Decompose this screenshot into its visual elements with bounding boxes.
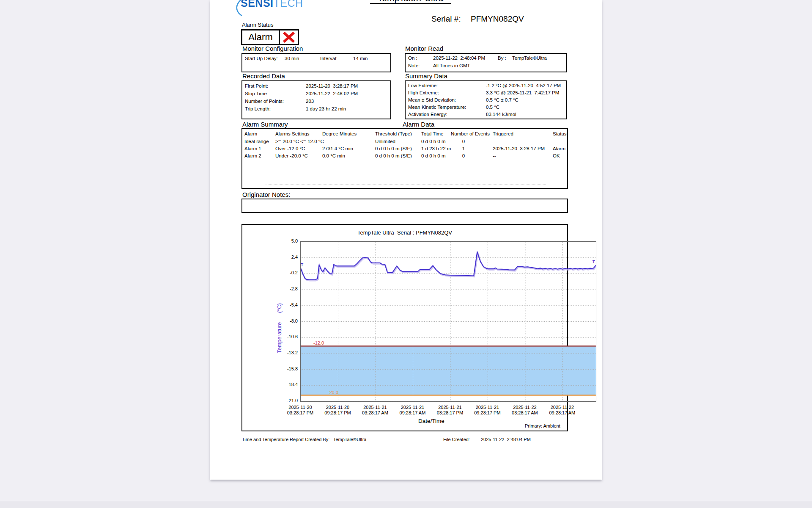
alarm-table-cell: Ideal range bbox=[244, 139, 269, 144]
alarm-table-cell: 0 d 0 h 0 m bbox=[421, 139, 446, 144]
alarm-table-cell: >=-20.0 °C <=-12.0 °C bbox=[275, 139, 324, 144]
desktop-background: { "header": { "logo_part1": "SENSI", "lo… bbox=[0, 0, 812, 508]
field-value: 2025-11-22 2:48:02 PM bbox=[306, 91, 358, 96]
alarm-table-cell: 0.0 °C min bbox=[322, 153, 345, 158]
alarm-x-cell bbox=[279, 30, 298, 44]
logo-sensi-text: SENSI bbox=[241, 0, 274, 9]
logo-tech-text: TECH bbox=[274, 0, 303, 9]
alarm-table-cell: Alarm 2 bbox=[244, 153, 261, 158]
alarm-table-cell: Alarm bbox=[553, 146, 565, 151]
y-tick-label: -18.4 bbox=[278, 382, 298, 387]
field-label: Trip Length: bbox=[245, 106, 271, 111]
field-label: Stop Time bbox=[245, 91, 267, 96]
field-label: Mean ± Std Deviation: bbox=[408, 97, 456, 102]
alarm-table-cell: Over -12.0 °C bbox=[275, 146, 305, 151]
alarm-data-heading: Alarm Data bbox=[403, 121, 434, 128]
field-value: 3.3 °C @ 2025-11-21 7:42:17 PM bbox=[486, 90, 559, 95]
alarm-table-header-cell: Threshold (Type) bbox=[375, 131, 412, 136]
alarm-table-header-cell: Total Time bbox=[421, 131, 443, 136]
svg-text:T: T bbox=[301, 262, 304, 267]
doc-title-rule bbox=[370, 3, 451, 4]
alarm-table-cell: 1 bbox=[442, 146, 485, 151]
field-label: Note: bbox=[408, 63, 420, 68]
alarm-table-header-cell: Alarms Settings bbox=[275, 131, 310, 136]
bottom-strip bbox=[0, 501, 812, 508]
field-label: Mean Kinetic Temperature: bbox=[408, 105, 466, 110]
alarm-table-cell: Unlimited bbox=[375, 139, 395, 144]
field-label: By : bbox=[498, 55, 506, 61]
x-tick-label: 2025-11-2009:28:17 PM bbox=[318, 405, 357, 416]
primary-ambient-label: Primary: Ambient bbox=[525, 423, 560, 428]
alarm-table-cell: Alarm 1 bbox=[244, 146, 261, 151]
x-tick-label: 2025-11-2209:28:17 AM bbox=[543, 405, 581, 416]
x-tick-label: 2025-11-2109:28:17 AM bbox=[393, 405, 431, 416]
y-tick-label: 2.4 bbox=[278, 254, 298, 260]
monitor-read-box: On : 2025-11-22 2:48:04 PM By : TempTale… bbox=[405, 53, 567, 72]
field-label: Interval: bbox=[320, 56, 337, 61]
alarm-table-cell: Under -20.0 °C bbox=[275, 153, 308, 158]
x-tick-label: 2025-11-2203:28:17 AM bbox=[506, 405, 544, 416]
footer-left-value: TempTale®Ultra bbox=[333, 437, 366, 442]
field-value: 2025-11-22 2:48:04 PM bbox=[433, 55, 485, 61]
alarm-table-cell: -- bbox=[493, 139, 496, 144]
field-label: On : bbox=[408, 55, 417, 61]
svg-text:T: T bbox=[593, 260, 595, 264]
alarm-table-cell: 0 d 0 h 0 m (S/E) bbox=[375, 146, 412, 151]
alarm-table-cell: OK bbox=[553, 153, 560, 158]
plot-svg: -12.0-20.0TT bbox=[300, 241, 596, 402]
alarm-table: AlarmAlarms SettingsDegree MinutesThresh… bbox=[241, 128, 568, 189]
x-tick-label: 2025-11-2103:28:17 AM bbox=[356, 405, 394, 416]
alarm-table-cell: -- bbox=[493, 153, 496, 158]
alarm-table-cell: 0 d 0 h 0 m (S/E) bbox=[375, 153, 412, 158]
sensitech-logo: SENSITECH bbox=[241, 0, 303, 9]
summary-data-heading: Summary Data bbox=[405, 72, 447, 80]
alarm-summary-heading: Alarm Summary bbox=[242, 121, 288, 128]
alarm-table-header-cell: Alarm bbox=[244, 131, 257, 136]
alarm-status-value: Alarm bbox=[242, 30, 279, 44]
y-tick-label: -15.8 bbox=[278, 366, 298, 371]
x-axis-title: Date/Time bbox=[406, 418, 457, 424]
y-tick-label: -2.8 bbox=[278, 286, 298, 291]
field-label: Low Extreme: bbox=[408, 83, 438, 88]
field-value: 30 min bbox=[285, 56, 299, 61]
red-x-icon bbox=[283, 32, 295, 43]
serial-label: Serial #: bbox=[431, 14, 461, 24]
alarm-table-header-cell: Degree Minutes bbox=[322, 131, 357, 136]
y-tick-label: -8.0 bbox=[278, 318, 298, 323]
field-value: 2025-11-20 3:28:17 PM bbox=[306, 83, 358, 88]
temperature-chart: TempTale Ultra Serial : PFMYN082QV Tempe… bbox=[241, 224, 568, 431]
y-tick-label: 5.0 bbox=[278, 238, 298, 243]
summary-data-box: Low Extreme:-1.2 °C @ 2025-11-20 4:52:17… bbox=[405, 80, 567, 119]
alarm-table-cell: 0 d 0 h 0 m bbox=[421, 153, 446, 158]
alarm-status-box: Alarm bbox=[241, 29, 299, 45]
field-label: Number of Points: bbox=[245, 99, 284, 104]
field-value: 203 bbox=[306, 99, 314, 104]
field-value: TempTale®Ultra bbox=[512, 55, 547, 61]
monitor-configuration-box: Start Up Delay: 30 min Interval: 14 min bbox=[241, 53, 391, 72]
footer-right-label: File Created: bbox=[443, 437, 470, 442]
svg-text:-12.0: -12.0 bbox=[313, 340, 324, 345]
monitor-configuration-heading: Monitor Configuration bbox=[242, 45, 303, 52]
alarm-table-cell: 2731.4 °C min bbox=[322, 146, 353, 151]
field-value: 1 day 23 hr 22 min bbox=[306, 106, 346, 111]
alarm-table-header-cell: Number of Events bbox=[451, 131, 490, 136]
alarm-table-header-cell: Status bbox=[553, 131, 567, 136]
y-tick-label: -21.0 bbox=[278, 398, 298, 403]
field-label: Activation Energy: bbox=[408, 112, 447, 117]
originator-notes-heading: Originator Notes: bbox=[242, 191, 290, 198]
alarm-table-header-cell: Triggered bbox=[493, 131, 513, 136]
field-label: First Point: bbox=[245, 83, 268, 88]
field-label: Start Up Delay: bbox=[245, 56, 278, 61]
report-page: SENSITECH TempTale® Ultra Serial #: PFMY… bbox=[210, 0, 602, 480]
footer-right-value: 2025-11-22 2:48:04 PM bbox=[481, 437, 531, 442]
y-tick-label: -13.2 bbox=[278, 350, 298, 355]
chart-title: TempTale Ultra Serial : PFMYN082QV bbox=[242, 229, 567, 236]
field-value: All Times in GMT bbox=[433, 63, 470, 68]
y-axis-title: Temperature (°C) bbox=[276, 303, 283, 353]
originator-notes-box bbox=[241, 199, 568, 213]
alarm-table-cell: -- bbox=[322, 139, 326, 144]
field-value: 0.5 °C ± 0.7 °C bbox=[486, 97, 518, 102]
alarm-table-cell: 2025-11-20 3:28:17 PM bbox=[493, 146, 545, 151]
alarm-status-label: Alarm Status bbox=[242, 22, 273, 28]
field-value: 83.144 kJ/mol bbox=[486, 112, 516, 117]
